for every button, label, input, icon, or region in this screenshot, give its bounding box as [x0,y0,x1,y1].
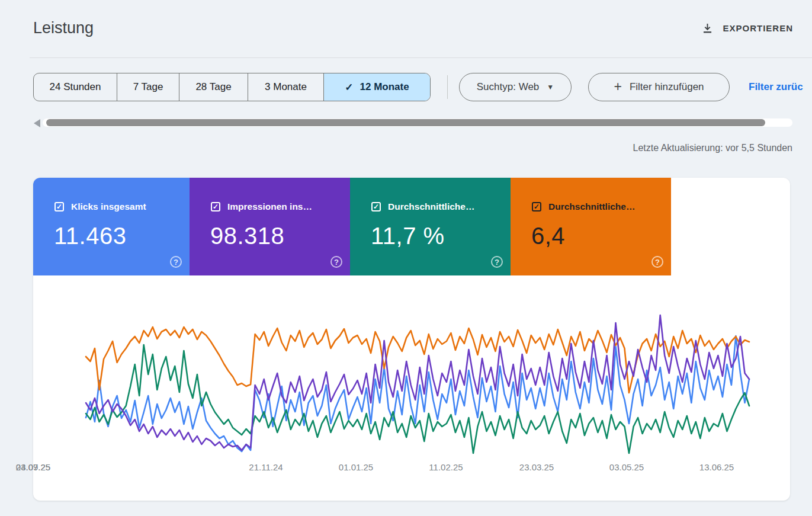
trend-chart[interactable] [33,284,790,462]
metric-value: 6,4 [531,223,565,249]
search-type-dropdown[interactable]: Suchtyp: Web ▼ [459,73,572,101]
check-icon: ✓ [345,81,353,94]
x-axis-tick: 03.05.25 [609,462,644,472]
checked-checkbox-icon[interactable]: ✓ [54,202,64,211]
card-label-row: ✓ Impressionen ins… [211,201,342,212]
x-axis-tick: 03.09.25 [16,462,50,472]
tab-7-tage[interactable]: ✓ 7 Tage [117,73,179,101]
x-axis-tick: 13.06.25 [699,462,734,472]
header-divider [30,57,812,58]
card-durchschnittliche-ctr[interactable]: ✓ Durchschnittliche… 11,7 % ? [350,178,511,275]
add-filter-label: Filter hinzufügen [630,81,704,93]
scroll-left-arrow-icon[interactable] [34,119,40,127]
search-type-label: Suchtyp: Web [477,81,540,93]
tab-label: 12 Monate [360,81,409,93]
metric-label: Durchschnittliche… [548,201,635,212]
tab-28-tage[interactable]: ✓ 28 Tage [179,73,248,101]
horizontal-scrollbar-track[interactable] [43,118,792,127]
tab-label: 7 Tage [133,81,163,93]
help-icon[interactable]: ? [491,256,503,268]
checked-checkbox-icon[interactable]: ✓ [532,202,541,211]
card-label-row: ✓ Durchschnittliche… [532,201,663,212]
horizontal-scrollbar-thumb[interactable] [46,119,765,126]
help-icon[interactable]: ? [651,256,663,268]
plus-icon: + [614,79,621,95]
metric-label: Durchschnittliche… [388,201,474,212]
x-axis-tick: 01.01.25 [339,462,373,472]
x-axis-tick: 23.03.25 [519,462,554,472]
trend-chart-svg [33,284,790,462]
tab-label: 3 Monate [265,81,307,93]
card-klicks-insgesamt[interactable]: ✓ Klicks insgesamt 11.463 ? [33,178,190,275]
chevron-down-icon: ▼ [547,83,554,91]
tab-label: 24 Stunden [50,81,101,93]
date-range-tabs: ✓ 24 Stunden ✓ 7 Tage ✓ 28 Tage ✓ 3 Mona… [33,73,431,101]
metric-label: Klicks insgesamt [71,201,146,212]
export-label: EXPORTIEREN [723,23,793,33]
add-filter-button[interactable]: + Filter hinzufügen [588,73,730,101]
help-icon[interactable]: ? [170,256,182,268]
export-button[interactable]: EXPORTIEREN [698,21,797,35]
toolbar-divider [447,75,448,99]
last-update-status: Letzte Aktualisierung: vor 5,5 Stunden [633,143,792,153]
card-label-row: ✓ Klicks insgesamt [54,201,181,212]
page-title: Leistung [33,19,94,37]
x-axis-tick: 11.02.25 [429,462,463,472]
reset-filters-link[interactable]: Filter zurüc [749,81,803,93]
checked-checkbox-icon[interactable]: ✓ [371,202,381,211]
series-line-klicks [86,336,749,451]
download-icon [701,22,714,34]
tab-24-stunden[interactable]: ✓ 24 Stunden [34,73,117,101]
metric-label: Impressionen ins… [227,201,312,212]
metric-value: 11.463 [54,223,126,249]
checked-checkbox-icon[interactable]: ✓ [211,202,220,211]
card-impressionen[interactable]: ✓ Impressionen ins… 98.318 ? [190,178,350,275]
metric-value: 98.318 [210,223,284,249]
help-icon[interactable]: ? [330,256,342,268]
x-axis-tick: 21.11.24 [249,462,283,472]
tab-label: 28 Tage [195,81,231,93]
performance-panel: ✓ Klicks insgesamt 11.463 ? ✓ Impression… [33,178,790,501]
card-durchschnittliche-position[interactable]: ✓ Durchschnittliche… 6,4 ? [511,178,671,275]
metric-value: 11,7 % [371,223,445,249]
card-label-row: ✓ Durchschnittliche… [371,201,502,212]
tab-3-monate[interactable]: ✓ 3 Monate [248,73,323,101]
metric-cards: ✓ Klicks insgesamt 11.463 ? ✓ Impression… [33,178,671,275]
tab-12-monate[interactable]: ✓ 12 Monate [323,73,430,101]
